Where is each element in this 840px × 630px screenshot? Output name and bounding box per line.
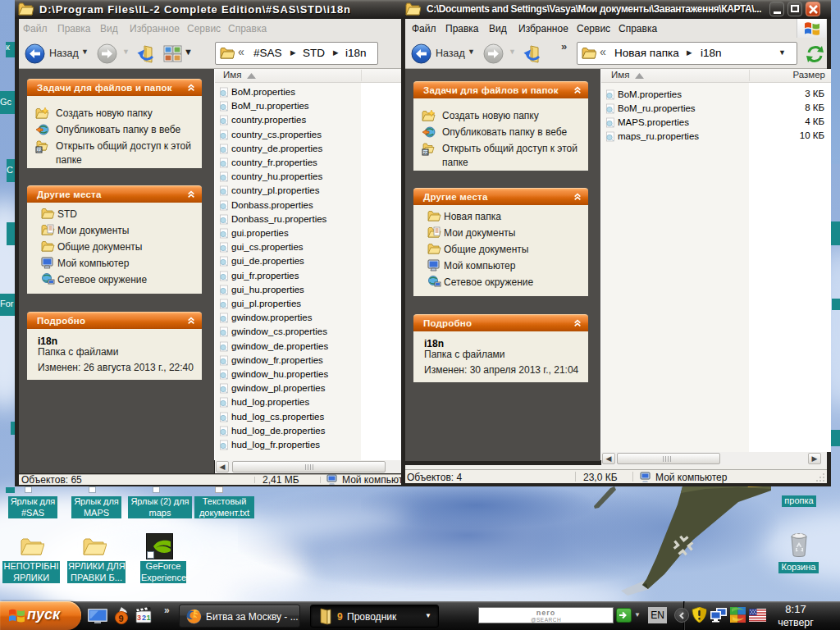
- svg-text:22: 22: [423, 150, 428, 155]
- svg-text:9: 9: [119, 614, 124, 623]
- svg-text:2: 2: [142, 614, 146, 622]
- svg-text:1: 1: [147, 614, 151, 622]
- svg-text:22: 22: [37, 148, 42, 153]
- svg-text:3: 3: [137, 614, 141, 622]
